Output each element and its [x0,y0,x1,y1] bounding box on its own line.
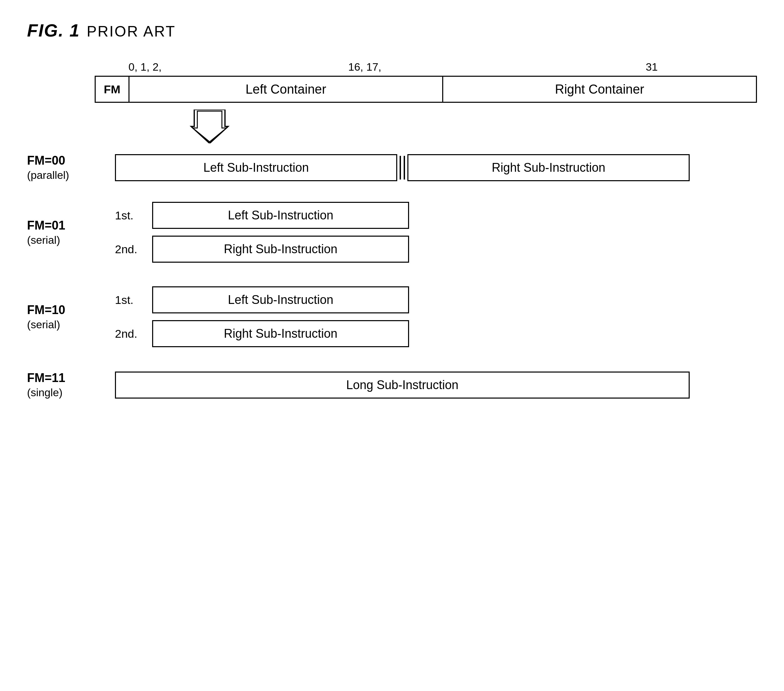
long-row: Long Sub-Instruction [115,372,690,398]
arrow-wrapper [189,110,757,143]
right-container-box: Right Container [443,77,756,102]
fm-label-area-01: FM=01 (serial) [27,219,115,247]
parallel-divider-icon [397,154,407,181]
instruction-row: FM Left Container Right Container [95,76,757,103]
order-label-01-2: 2nd. [115,243,142,256]
order-label-10-2: 2nd. [115,327,142,341]
parallel-left-sub: Left Sub-Instruction [115,154,397,181]
serial-rows-10: 1st. Left Sub-Instruction 2nd. Right Sub… [115,286,409,347]
bit-label-0: 0, 1, 2, [128,61,161,73]
bit-label-31: 31 [646,61,658,73]
fm-label-area-00: FM=00 (parallel) [27,153,115,181]
fm-desc-00: (parallel) [27,169,115,181]
serial-rows-01: 1st. Left Sub-Instruction 2nd. Right Sub… [115,202,409,263]
fm-box: FM [96,77,130,102]
fm-label-area-10: FM=10 (serial) [27,303,115,331]
parallel-row: Left Sub-Instruction Right Sub-Instructi… [115,154,690,181]
fm-code-00: FM=00 [27,153,115,168]
serial-item-10-2: 2nd. Right Sub-Instruction [115,320,409,347]
serial-item-10-1: 1st. Left Sub-Instruction [115,286,409,313]
section-fm00: FM=00 (parallel) Left Sub-Instruction Ri… [27,153,757,181]
fm-code-11: FM=11 [27,371,115,385]
bit-label-16: 16, 17, [348,61,381,73]
fm-desc-11: (single) [27,387,115,399]
parallel-right-sub: Right Sub-Instruction [407,154,690,181]
fig-title: FIG. 1 [27,20,80,41]
sub-box-01-left: Left Sub-Instruction [152,202,409,229]
bit-labels: 0, 1, 2, 16, 17, 31 [95,61,757,74]
order-label-01-1: 1st. [115,209,142,222]
fm-desc-10: (serial) [27,318,115,331]
order-label-10-1: 1st. [115,293,142,307]
svg-marker-1 [193,111,227,142]
sub-box-01-right: Right Sub-Instruction [152,235,409,263]
prior-art-label: PRIOR ART [87,23,175,40]
serial-item-01-1: 1st. Left Sub-Instruction [115,202,409,229]
long-sub-instruction-box: Long Sub-Instruction [115,372,690,398]
title-area: FIG. 1 PRIOR ART [27,20,757,41]
fm-desc-01: (serial) [27,234,115,247]
section-fm11: FM=11 (single) Long Sub-Instruction [27,371,757,399]
fm-label-area-11: FM=11 (single) [27,371,115,399]
sub-box-10-left: Left Sub-Instruction [152,286,409,313]
sections-wrapper: FM=00 (parallel) Left Sub-Instruction Ri… [27,153,757,399]
down-arrow-icon [189,110,230,143]
left-container-box: Left Container [130,77,443,102]
fm-code-10: FM=10 [27,303,115,317]
top-diagram: 0, 1, 2, 16, 17, 31 FM Left Container Ri… [95,61,757,103]
serial-item-01-2: 2nd. Right Sub-Instruction [115,235,409,263]
fm-code-01: FM=01 [27,219,115,233]
section-fm10: FM=10 (serial) 1st. Left Sub-Instruction… [27,286,757,347]
section-fm01: FM=01 (serial) 1st. Left Sub-Instruction… [27,202,757,263]
sub-box-10-right: Right Sub-Instruction [152,320,409,347]
